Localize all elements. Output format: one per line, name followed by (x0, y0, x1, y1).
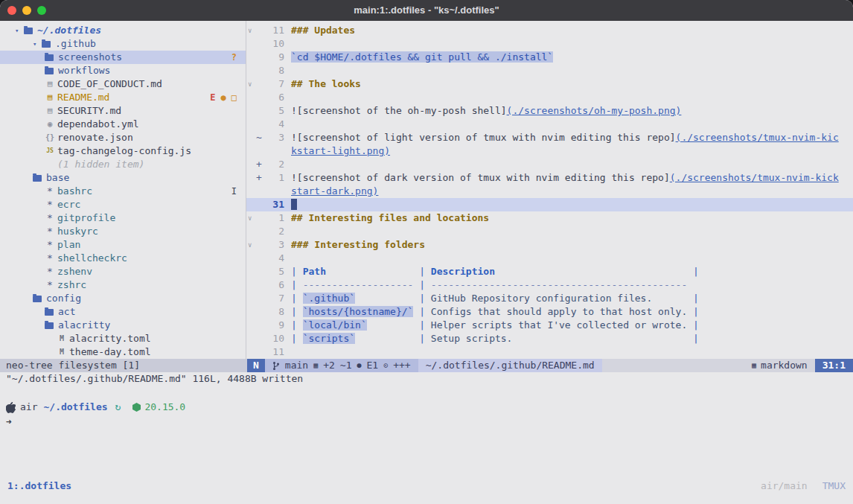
tree-item[interactable]: ▤README.mdE●□ (0, 91, 246, 104)
tree-item-label: gitprofile (57, 211, 115, 225)
text-segment (687, 306, 693, 317)
line-number (265, 144, 284, 158)
folder-icon (42, 41, 51, 48)
editor-line[interactable]: 11 (246, 345, 853, 359)
tree-item-label: .github (55, 37, 96, 51)
editor-line[interactable]: 31 (246, 198, 853, 211)
fold-icon (246, 305, 256, 319)
editor-line[interactable]: 7| `.github` | GitHub Repository configu… (246, 292, 853, 305)
tree-item[interactable]: (1 hidden item) (0, 158, 246, 171)
tmux-window-item[interactable]: 1:.dotfiles (7, 479, 71, 493)
editor-line[interactable]: 9`cd $HOME/.dotfiles && git pull && ./in… (246, 51, 853, 64)
line-number: 1 (265, 211, 284, 225)
tree-item[interactable]: *gitprofile (0, 211, 246, 225)
editor-line[interactable]: 9| `local/bin` | Helper scripts that I'v… (246, 319, 853, 332)
editor-line[interactable]: ∨1## Interesting files and locations (246, 211, 853, 225)
editor-line[interactable]: 2 (246, 225, 853, 238)
line-text: | ------------------- | ----------------… (291, 278, 853, 292)
tree-item[interactable]: {}renovate.json (0, 131, 246, 144)
git-sign (256, 238, 265, 252)
tmux-right-section: air/main TMUX (761, 479, 846, 493)
editor-buffer[interactable]: ∨11### Updates109`cd $HOME/.dotfiles && … (246, 21, 853, 359)
fold-icon (246, 171, 256, 185)
line-text: kstart-light.png) (291, 144, 853, 158)
markdown-icon: ▤ (45, 104, 55, 118)
line-number: 3 (265, 238, 284, 252)
git-sign (256, 265, 265, 278)
git-sign (256, 225, 265, 238)
editor-line[interactable]: 5![screenshot of the oh-my-posh shell](.… (246, 104, 853, 118)
folder-icon (33, 175, 42, 182)
editor-line[interactable]: 8 (246, 64, 853, 77)
editor-line[interactable]: kstart-light.png) (246, 144, 853, 158)
text-segment: | (693, 266, 699, 277)
git-sign (256, 252, 265, 265)
text-segment: Path (303, 266, 326, 277)
text-segment: | (291, 293, 303, 304)
editor-line[interactable]: start-dark.png) (246, 185, 853, 198)
tree-item[interactable]: base (0, 171, 246, 185)
tree-item[interactable]: config (0, 292, 246, 305)
tree-item[interactable]: ▤SECURITY.md (0, 104, 246, 118)
editor-line[interactable]: ∨7## The looks (246, 77, 853, 91)
fold-icon (246, 64, 256, 77)
tree-item[interactable]: act (0, 305, 246, 319)
zoom-button[interactable] (37, 6, 46, 15)
tree-item[interactable]: *shellcheckrc (0, 252, 246, 265)
git-sign (256, 64, 265, 77)
tree-item-label: zshenv (57, 265, 92, 278)
tree-item[interactable]: ◉dependabot.yml (0, 118, 246, 131)
editor-line[interactable]: 10 (246, 37, 853, 51)
editor-line[interactable]: 10| `scripts` | Setup scripts. | (246, 332, 853, 345)
editor-line[interactable]: 4 (246, 118, 853, 131)
line-text (291, 198, 853, 211)
editor-line[interactable]: 8| `hosts/{hostname}/` | Configs that sh… (246, 305, 853, 319)
tree-item[interactable]: *huskyrc (0, 225, 246, 238)
text-segment: start-dark.png) (291, 185, 378, 197)
folder-icon (45, 322, 54, 329)
line-text: `cd $HOME/.dotfiles && git pull && ./ins… (291, 51, 853, 64)
tree-item[interactable]: *bashrcI (0, 185, 246, 198)
statusline-spacer (602, 359, 744, 372)
folder-icon (24, 28, 33, 34)
line-number: 11 (265, 24, 284, 37)
tmux-label: TMUX (822, 479, 846, 493)
tree-item[interactable]: *zshrc (0, 278, 246, 292)
editor-line[interactable]: 6| ------------------- | ---------------… (246, 278, 853, 292)
tree-item[interactable]: *ecrc (0, 198, 246, 211)
tree-item[interactable]: ▾.github (0, 37, 246, 51)
editor-line[interactable]: 6 (246, 91, 853, 104)
tree-item[interactable]: *plan (0, 238, 246, 252)
tree-item-label: renovate.json (57, 131, 133, 144)
text-segment: | (419, 319, 431, 331)
text-segment: | (291, 333, 303, 344)
tree-item[interactable]: JStag-changelog-config.js (0, 144, 246, 158)
line-number: 2 (265, 158, 284, 171)
tree-item[interactable]: ▾~/.dotfiles (0, 24, 246, 37)
editor-line[interactable]: ∨11### Updates (246, 24, 853, 37)
cursor-block (291, 199, 297, 210)
editor-line[interactable]: 4 (246, 252, 853, 265)
editor-line[interactable]: ∨3### Interesting folders (246, 238, 853, 252)
minimize-button[interactable] (22, 6, 31, 15)
git-sign (256, 292, 265, 305)
tree-item[interactable]: screenshots? (0, 51, 246, 64)
tree-item[interactable]: ▤CODE_OF_CONDUCT.md (0, 77, 246, 91)
tree-item[interactable]: *zshenv (0, 265, 246, 278)
tree-item-label: zshrc (57, 278, 86, 292)
tree-item[interactable]: alacritty (0, 319, 246, 332)
editor-line[interactable]: +2 (246, 158, 853, 171)
text-segment: | (291, 266, 303, 277)
close-button[interactable] (7, 6, 16, 15)
editor-line[interactable]: +1![screenshot of dark version of tmux w… (246, 171, 853, 185)
line-text (291, 118, 853, 131)
text-segment: | (693, 333, 699, 344)
text-segment: GitHub Repository configuration files. (431, 293, 652, 304)
editor-line[interactable]: ~3![screenshot of light version of tmux … (246, 131, 853, 144)
tree-item[interactable]: workflows (0, 64, 246, 77)
neotree-panel: ▾~/.dotfiles▾.githubscreenshots?workflow… (0, 21, 246, 359)
editor-line[interactable]: 5| Path | Description | (246, 265, 853, 278)
tree-item[interactable]: Mtheme-day.toml (0, 345, 246, 359)
node-version: 20.15.0 (144, 401, 185, 414)
tree-item[interactable]: Malacritty.toml (0, 332, 246, 345)
